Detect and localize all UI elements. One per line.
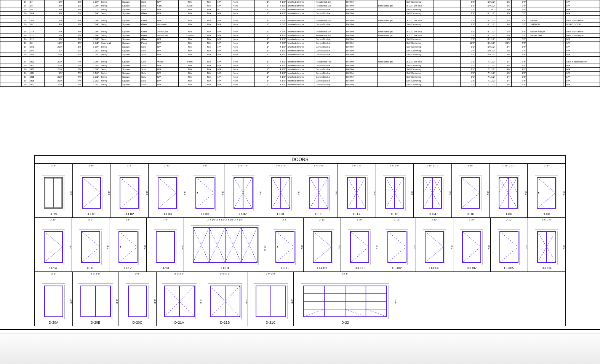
door-glyph [535,174,558,211]
door-tag: D-21C [266,321,275,324]
door-glyph [117,228,139,265]
door-height-dim: 8'-0" [200,299,202,303]
svg-line-105 [82,231,100,247]
door-elevation-D-13: 3'-0"6'-8"D-13 [147,218,184,272]
door-height-dim: 8'-0" [116,299,118,303]
door-width-dim: 2'-6" 2'-6" [376,164,414,167]
svg-line-168 [462,247,481,263]
door-tag: D-14 [50,266,57,270]
table-row: D-193'0"8'0"2"SwingSquareSolidN/AN/AN/A6… [0,8,600,12]
door-height-dim: 6'-8" [181,245,184,249]
svg-line-199 [179,302,194,317]
door-width-dim: 2'-8" [109,219,146,221]
door-glyph [118,174,141,211]
door-tag: D-08 [542,212,550,216]
svg-rect-7 [82,177,101,208]
svg-rect-184 [45,286,63,317]
door-width-dim: 2'-10" [341,219,378,221]
door-glyph [162,283,197,319]
door-height-dim: 7'-0" [451,245,453,249]
door-width-dim: 3'-0" 3'-0" [202,273,248,275]
table-row: D-U072'10"7'0"1 1/2"SwingSquareSolidN/AN… [0,83,600,87]
door-width-dim: 2'-10" [453,219,490,221]
door-height-dim: 7'-6" [301,245,303,249]
door-height-dim: 7'-0" [413,245,416,249]
svg-line-130 [225,228,233,245]
svg-line-222 [345,309,366,317]
door-width-dim: 3'-0" [118,273,156,275]
table-row: D-2219'0"8'0"1 1/2"OverheadSquarePanelN/… [0,42,600,45]
svg-line-135 [241,245,249,263]
table-row: D-U045'0"7'0"1 3/4"SwingSquareSolidN/AN/… [0,72,600,75]
svg-line-111 [119,247,137,263]
door-glyph [191,225,259,265]
svg-line-55 [347,193,357,209]
door-height-dim: 7'-6" [449,191,451,195]
door-glyph [348,228,371,265]
svg-line-100 [44,231,62,247]
door-elevation-D-21B: 3'-0" 3'-0"8'-0"D-21B [202,272,248,326]
door-elevation-D-U02: 2'-10"7'-0"D-U02 [378,218,416,272]
svg-line-147 [313,231,331,247]
door-width-dim: 2'-8 1/2" 2'-8 1/2" 2'-8 1/2" 2'-8 1/2" [184,219,266,221]
svg-line-133 [233,245,241,263]
door-elevation-D-22: 19'-8"8'-0"D-22 [294,272,397,326]
door-width-dim: 2'-6" 2'-6" [338,164,376,167]
table-row: D-21B6'0"8'0"1 3/4"SwingSquareGlassAlum … [0,34,600,38]
door-glyph [42,283,65,319]
svg-line-39 [272,193,281,209]
door-glyph [345,174,368,211]
svg-line-8 [82,177,101,193]
svg-line-123 [193,245,201,263]
door-width-dim: 3'-0" [72,219,109,221]
door-tag: D-U06 [429,266,439,270]
svg-line-73 [432,193,442,209]
svg-line-80 [461,193,480,209]
svg-rect-161 [425,231,443,262]
table-row: D-U012'10"7'0"1 3/4"SwingSquareSolidWood… [0,60,600,64]
door-width-dim: 2'-10" [304,219,341,221]
door-elevation-D-01: 1'-6" 1'-6"7'-6"D-01 [262,164,300,218]
door-width-dim: 2'-6" 2'-6" [528,219,565,221]
door-height-dim: 6'-8" [411,191,413,195]
svg-line-106 [82,247,100,263]
door-tag: D-U07 [467,266,477,270]
svg-rect-99 [44,231,62,262]
door-width-dim: 2'-10" [35,219,72,221]
svg-point-112 [120,246,121,247]
door-glyph [208,283,242,319]
table-row: D-L032'10"6'8"1 1/2"SwingSquareSolidN/AN… [0,53,600,57]
door-elevation-D-20C: 3'-0"8'-0"D-20C [118,272,157,326]
door-tag: D-20A [49,321,59,324]
door-tag: D-20C [132,321,142,324]
door-schedule-table: D-175'0"6'8"1 3/4"SwingSquareSolidN/AN/A… [0,0,600,87]
door-height-dim: 6'-8" [184,191,186,195]
door-tag: D-U04 [542,266,552,270]
table-row: D-U062'10"7'0"1 1/2"SwingSquareSolidN/AN… [0,79,600,83]
svg-line-86 [499,193,508,209]
door-elevation-D-06: 1'-11" 1'-11"7'-6"D-06 [490,164,528,218]
svg-line-197 [165,302,179,317]
door-elevation-D-18: 2'-6" 2'-6"6'-8"D-18 [376,164,414,218]
svg-line-179 [538,247,547,263]
door-elevation-D-08: 2'-8"7'-6"D-08 [528,164,566,218]
svg-line-32 [243,177,252,193]
door-elevation-D-U04: 2'-6" 2'-6"7'-0"D-U04 [528,218,565,272]
door-glyph [460,228,483,265]
svg-rect-109 [119,231,137,262]
door-tag: D-18 [391,212,398,216]
svg-rect-17 [158,177,176,208]
door-width-dim: 2'-8" [528,164,566,167]
door-elevation-D-04: 1'-11" 1'-11"7'-6"D-04 [414,164,452,218]
door-glyph [254,283,288,319]
svg-line-198 [179,286,194,302]
door-height-dim: 7'-0" [525,245,528,249]
door-glyph [156,174,179,211]
door-width-dim: 2'-8" [266,219,303,221]
door-elevation-D-U05: 2'-10"7'-0"D-U05 [491,218,528,272]
door-tag: D-15 [87,266,94,270]
door-height-dim: 7'-0" [338,245,341,249]
svg-line-204 [210,286,225,302]
svg-point-25 [197,192,198,193]
svg-line-181 [547,247,556,263]
